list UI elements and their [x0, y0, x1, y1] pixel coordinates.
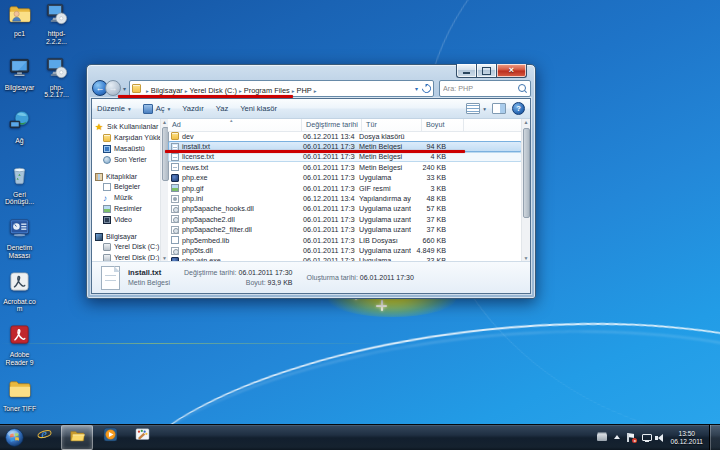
desktop-icon-label: Geri Dönüşü... — [1, 191, 38, 206]
change-view-icon[interactable] — [466, 103, 480, 114]
dll-file-icon — [171, 205, 179, 213]
file-row-php-ini[interactable]: php.ini06.12.2011 13:43Yapılandırma ayar… — [168, 193, 522, 203]
sidebar-item-label: Son Yerler — [114, 156, 147, 164]
taskbar-button-windows-explorer[interactable] — [61, 425, 93, 450]
details-file-name: install.txt — [128, 268, 170, 278]
minimize-button[interactable] — [456, 64, 476, 78]
file-row-php5apache-hooks-dll[interactable]: php5apache_hooks.dll06.01.2011 17:30Uygu… — [168, 204, 522, 214]
recycle-bin-icon — [8, 163, 31, 190]
column-header-tur[interactable]: Tür — [362, 119, 422, 131]
forward-button[interactable]: → — [105, 80, 121, 96]
column-header-degistirme[interactable]: Değiştirme tarihi — [302, 119, 362, 131]
desktop-icon-ag[interactable]: Ağ — [1, 109, 38, 163]
sidebar-item-resimler[interactable]: Resimler — [92, 204, 160, 215]
desktop-icon-adobe-reader[interactable]: Adobe Reader 9 — [1, 323, 38, 377]
address-dropdown-icon[interactable]: ▾ — [415, 85, 418, 92]
file-row-news-txt[interactable]: news.txt06.01.2011 17:30Metin Belgesi240… — [168, 162, 522, 172]
address-bar[interactable]: ▸Bilgisayar▸Yerel Disk (C:)▸Program File… — [129, 80, 434, 97]
breadcrumb-chevron-icon[interactable]: ▸ — [239, 88, 242, 94]
breadcrumb-segment[interactable]: Program Files — [244, 86, 290, 95]
file-name: dev — [182, 132, 194, 141]
desktop-icon-httpd-installer[interactable]: httpd-2.2.2... — [38, 2, 75, 56]
sidebar-item-label: Bilgisayar — [106, 233, 137, 241]
change-view-dropdown-icon[interactable]: ▾ — [483, 106, 486, 112]
toolbar-button-yaz[interactable]: Yaz — [216, 104, 229, 114]
dll-file-icon — [171, 226, 179, 234]
toolbar-button-yeni-klasor[interactable]: Yeni klasör — [240, 104, 277, 114]
show-desktop-button[interactable] — [709, 425, 720, 450]
sidebar-scrollbar[interactable]: ▲ ▼ — [160, 119, 168, 262]
sidebar-item-bilgisayar[interactable]: Bilgisayar — [92, 231, 160, 242]
sidebar-scroll-up-icon[interactable]: ▲ — [161, 119, 168, 126]
breadcrumb-segment[interactable]: PHP — [297, 86, 312, 95]
column-header-boyut[interactable]: Boyut — [422, 119, 464, 131]
taskbar-button-media-player[interactable] — [95, 425, 125, 448]
file-row-license-txt[interactable]: license.txt06.01.2011 17:30Metin Belgesi… — [168, 152, 522, 162]
desktop-icon-pc1[interactable]: pc1 — [1, 2, 38, 56]
desktop-icon-acrobat-com[interactable]: Acrobat.com — [1, 270, 38, 324]
network-icon[interactable] — [642, 434, 651, 442]
file-row-php5embed-lib[interactable]: php5embed.lib06.01.2011 17:30LIB Dosyası… — [168, 235, 522, 245]
sidebar-item-s-k-kullan-lanlar[interactable]: ★Sık Kullanılanlar — [92, 122, 160, 133]
file-modified: 06.01.2011 17:30 — [299, 215, 355, 224]
breadcrumb-chevron-icon[interactable]: ▸ — [314, 88, 317, 94]
tray-date: 06.12.2011 — [670, 438, 703, 446]
action-center-alert-badge: x — [632, 438, 637, 443]
desktop-icon-php-installer[interactable]: php-5.2.17... — [38, 56, 75, 110]
breadcrumb-chevron-icon[interactable]: ▸ — [292, 88, 295, 94]
list-scroll-thumb[interactable] — [523, 128, 530, 218]
search-box[interactable]: Ara: PHP — [439, 80, 531, 97]
sidebar-item-son-yerler[interactable]: Son Yerler — [92, 154, 160, 165]
sidebar-item-masa-st-[interactable]: Masaüstü — [92, 144, 160, 155]
tray-show-hidden-icons[interactable] — [614, 432, 620, 439]
breadcrumb-chevron-icon[interactable]: ▸ — [146, 88, 149, 94]
close-button[interactable]: × — [497, 64, 527, 78]
file-row-php-exe[interactable]: php.exe06.01.2011 17:30Uygulama33 KB — [168, 173, 522, 183]
desktop-icon-toner-tiff[interactable]: Toner TIFF — [1, 377, 38, 431]
sidebar-item-belgeler[interactable]: Belgeler — [92, 182, 160, 193]
tray-clock[interactable]: 13:50 06.12.2011 — [670, 430, 703, 446]
caption-buttons: × — [456, 64, 527, 78]
breadcrumb-segment[interactable]: Bilgisayar — [151, 86, 183, 95]
start-button[interactable] — [2, 425, 27, 450]
help-icon[interactable]: ? — [512, 102, 525, 115]
preview-pane-icon[interactable] — [492, 103, 506, 114]
toolbar-button-label: Düzenle — [97, 104, 125, 113]
toolbar-button-label: Yaz — [216, 104, 229, 113]
explorer-main-area: ★Sık KullanılanlarKarşıdan YüklemMasaüst… — [92, 119, 530, 262]
recent-pages-dropdown-icon[interactable]: ▾ — [123, 85, 126, 92]
computer-icon — [95, 233, 103, 241]
file-row-php5apache2-dll[interactable]: php5apache2.dll06.01.2011 17:30Uygulama … — [168, 214, 522, 224]
maximize-button[interactable] — [476, 64, 497, 78]
list-scrollbar[interactable]: ▲ ▼ — [521, 119, 530, 262]
taskbar-button-internet-explorer[interactable]: e — [29, 425, 59, 448]
taskbar-button-paint[interactable] — [127, 425, 157, 448]
volume-icon[interactable] — [658, 434, 663, 442]
file-modified: 06.01.2011 17:30 — [299, 163, 355, 172]
tray-device-icon[interactable] — [597, 434, 607, 441]
breadcrumb-chevron-icon[interactable]: ▸ — [185, 88, 188, 94]
file-row-php5apache2-filter-dll[interactable]: php5apache2_filter.dll06.01.2011 17:30Uy… — [168, 225, 522, 235]
file-row-php5ts-dll[interactable]: php5ts.dll06.01.2011 17:30Uygulama uzant… — [168, 245, 522, 255]
desktop-icon — [103, 145, 111, 153]
sidebar-item-m-zik[interactable]: ♪Müzik — [92, 193, 160, 204]
desktop-icon-geri-donusum[interactable]: Geri Dönüşü... — [1, 163, 38, 217]
refresh-icon[interactable] — [420, 82, 433, 95]
file-row-dev[interactable]: dev06.12.2011 13:43Dosya klasörü — [168, 131, 522, 141]
file-row-php-gif[interactable]: php.gif06.01.2011 17:30GIF resmi3 KB — [168, 183, 522, 193]
sidebar-item-yerel-disk-c-[interactable]: Yerel Disk (C:) — [92, 242, 160, 253]
desktop-icon-denetim-masasi[interactable]: Denetim Masası — [1, 216, 38, 270]
sidebar-item-video[interactable]: Video — [92, 214, 160, 225]
breadcrumb-segment[interactable]: Yerel Disk (C:) — [190, 86, 237, 95]
toolbar-button-duzenle[interactable]: Düzenle▾ — [97, 104, 131, 114]
sidebar-item-kar-dan-y-klem[interactable]: Karşıdan Yüklem — [92, 133, 160, 144]
toolbar-button-ac[interactable]: Aç▾ — [143, 104, 171, 114]
list-scroll-up-icon[interactable]: ▲ — [522, 119, 530, 126]
column-header-ad[interactable]: Ad▴ — [168, 119, 302, 131]
sidebar-item-kitapl-klar[interactable]: Kitaplıklar — [92, 171, 160, 182]
action-center-flag-icon[interactable]: x — [627, 433, 635, 442]
desktop-icon-label: Ağ — [15, 137, 23, 145]
desktop-icon-bilgisayar[interactable]: Bilgisayar — [1, 56, 38, 110]
toolbar-button-yazdir[interactable]: Yazdır — [182, 104, 203, 114]
sidebar-item-label: Müzik — [114, 194, 133, 202]
